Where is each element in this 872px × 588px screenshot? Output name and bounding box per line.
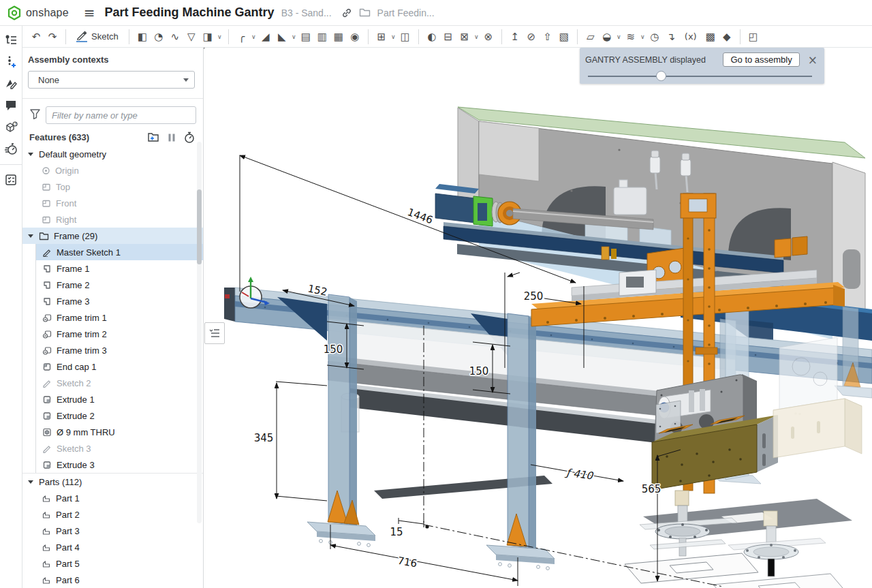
part-item-5[interactable]: Part 5 bbox=[36, 555, 203, 572]
filter-icon[interactable] bbox=[29, 108, 41, 122]
feature-item-right-plane[interactable]: Right bbox=[36, 211, 203, 228]
variable-icon[interactable]: (x) bbox=[679, 28, 702, 46]
helix-icon[interactable]: ◷ bbox=[647, 28, 663, 46]
document-version[interactable]: B3 - Sand... bbox=[281, 7, 332, 18]
feature-item-sketch-3[interactable]: Sketch 3 bbox=[36, 440, 203, 457]
dimension-label-15[interactable]: 15 bbox=[390, 526, 403, 538]
chevron-down-icon[interactable]: ∨ bbox=[250, 33, 258, 40]
draft-icon[interactable]: ◣ bbox=[274, 28, 290, 46]
fillet-icon[interactable]: ╭ bbox=[234, 28, 250, 46]
mirror-icon[interactable]: ◫ bbox=[397, 28, 414, 46]
document-tab[interactable]: Part Feedin... bbox=[377, 7, 435, 18]
dimension-label-345[interactable]: 345 bbox=[254, 432, 274, 444]
part-item-6[interactable]: Part 6 bbox=[36, 572, 203, 588]
share-link-icon[interactable] bbox=[341, 7, 352, 18]
feature-item-end-cap-1[interactable]: End cap 1 bbox=[36, 358, 203, 375]
redo-icon[interactable]: ↷ bbox=[44, 28, 61, 46]
extrude-icon[interactable]: ◧ bbox=[134, 28, 151, 46]
go-to-assembly-button[interactable]: Go to assembly bbox=[723, 52, 799, 67]
chevron-down-icon[interactable]: ∨ bbox=[639, 33, 647, 40]
move-face-icon[interactable]: ↥ bbox=[507, 28, 523, 46]
chevron-down-icon[interactable] bbox=[28, 480, 33, 484]
feature-item-frame-3[interactable]: Frame 3 bbox=[36, 293, 203, 309]
cut-list-icon[interactable] bbox=[2, 170, 20, 189]
dimension-label-150-right[interactable]: 150 bbox=[469, 365, 489, 377]
split-icon[interactable]: ⊟ bbox=[440, 28, 456, 46]
feature-item-frame-trim-2[interactable]: Frame trim 2 bbox=[36, 326, 203, 342]
main-menu-icon[interactable]: ≡ bbox=[84, 5, 95, 21]
hole-icon[interactable]: ◉ bbox=[347, 28, 363, 46]
panel-scrollbar-thumb[interactable] bbox=[197, 189, 202, 264]
part-item-2[interactable]: Part 2 bbox=[36, 506, 203, 523]
feature-item-frame-2[interactable]: Frame 2 bbox=[36, 277, 203, 293]
curve-icon[interactable]: ≋ bbox=[623, 28, 639, 46]
undo-icon[interactable]: ↶ bbox=[28, 28, 44, 46]
dimension-label-565[interactable]: 565 bbox=[642, 483, 661, 495]
plane-icon[interactable]: ▱ bbox=[582, 28, 599, 46]
feature-item-top-plane[interactable]: Top bbox=[36, 179, 203, 195]
surface-icon[interactable]: ◒ bbox=[599, 28, 615, 46]
chevron-down-icon[interactable]: ∨ bbox=[216, 33, 223, 40]
part-item-1[interactable]: Part 1 bbox=[36, 490, 203, 506]
feature-item-extrude-2[interactable]: Extrude 2 bbox=[36, 407, 203, 424]
chevron-down-icon[interactable] bbox=[28, 153, 33, 156]
feature-filter-input[interactable] bbox=[46, 106, 196, 124]
feature-item-extrude-3[interactable]: Extrude 3 bbox=[36, 457, 203, 473]
feature-item-origin[interactable]: Origin bbox=[36, 162, 203, 179]
dimension-label-716[interactable]: 716 bbox=[396, 555, 418, 570]
document-title[interactable]: Part Feeding Machine Gantry bbox=[105, 5, 275, 20]
feature-item-extrude-1[interactable]: Extrude 1 bbox=[36, 391, 203, 407]
gantry-model[interactable]: 1446 152 250 150 150 345 ƒ 410 565 15 71… bbox=[204, 48, 872, 588]
shell-icon[interactable]: ▦ bbox=[330, 28, 347, 46]
chevron-down-icon[interactable]: ∨ bbox=[390, 33, 397, 40]
feature-item-master-sketch-1[interactable]: Master Sketch 1 bbox=[36, 244, 203, 260]
sweep-icon[interactable]: ∿ bbox=[167, 28, 183, 46]
chamfer-icon[interactable]: ◢ bbox=[258, 28, 274, 46]
extract-surface-icon[interactable]: ▧ bbox=[556, 28, 572, 46]
chevron-down-icon[interactable]: ∨ bbox=[290, 33, 298, 40]
boolean-icon[interactable]: ◐ bbox=[424, 28, 440, 46]
comments-icon[interactable] bbox=[2, 96, 20, 114]
feature-item-hole[interactable]: Ø 9 mm THRU bbox=[36, 424, 203, 440]
delete-face-icon[interactable]: ⊘ bbox=[523, 28, 540, 46]
part-item-3[interactable]: Part 3 bbox=[36, 523, 203, 539]
feature-item-frame-trim-1[interactable]: Frame trim 1 bbox=[36, 309, 203, 326]
close-icon[interactable]: × bbox=[808, 53, 818, 67]
feature-folder-frame[interactable]: Frame (29) bbox=[22, 228, 203, 244]
transform-icon[interactable]: ⊠ bbox=[456, 28, 473, 46]
face-icon[interactable]: ▤ bbox=[298, 28, 314, 46]
instances-icon[interactable]: ▩ bbox=[702, 28, 719, 46]
vacuum-gripper-1[interactable] bbox=[625, 491, 758, 583]
chevron-down-icon[interactable]: ∨ bbox=[615, 33, 623, 40]
slider-thumb[interactable] bbox=[656, 71, 666, 81]
sketch-button[interactable]: Sketch bbox=[71, 29, 124, 44]
parts-group-header[interactable]: Parts (112) bbox=[22, 474, 203, 490]
insert-feature-icon[interactable] bbox=[2, 52, 20, 71]
model-viewport[interactable]: 1446 152 250 150 150 345 ƒ 410 565 15 71… bbox=[204, 48, 872, 588]
feature-list-flyout-button[interactable] bbox=[204, 322, 225, 344]
derived-icon[interactable]: ↴ bbox=[663, 28, 679, 46]
delete-part-icon[interactable]: ⊗ bbox=[480, 28, 497, 46]
edit-in-context-icon[interactable] bbox=[2, 74, 20, 93]
dimension-label-250[interactable]: 250 bbox=[524, 290, 544, 303]
part-item-4[interactable]: Part 4 bbox=[36, 539, 203, 555]
rib-icon[interactable]: ▥ bbox=[314, 28, 330, 46]
feature-item-sketch-2[interactable]: Sketch 2 bbox=[36, 375, 203, 391]
revolve-icon[interactable]: ◔ bbox=[151, 28, 167, 46]
configurations-icon[interactable]: ? bbox=[2, 118, 20, 136]
chevron-down-icon[interactable] bbox=[28, 234, 33, 238]
feature-item-front-plane[interactable]: Front bbox=[36, 195, 203, 211]
exploded-view-icon[interactable]: ◰ bbox=[745, 28, 762, 46]
dimension-label-150-left[interactable]: 150 bbox=[324, 343, 343, 356]
performance-icon[interactable] bbox=[2, 140, 20, 158]
feature-group-default-geometry[interactable]: Default geometry bbox=[22, 146, 203, 162]
slider-track[interactable] bbox=[588, 76, 812, 77]
dimension-label-410[interactable]: ƒ 410 bbox=[564, 466, 594, 482]
feature-item-frame-1[interactable]: Frame 1 bbox=[36, 260, 203, 277]
add-folder-icon[interactable] bbox=[147, 132, 159, 142]
loft-icon[interactable]: ▽ bbox=[183, 28, 200, 46]
tag-icon[interactable]: ◆ bbox=[719, 28, 735, 46]
thicken-icon[interactable]: ◨ bbox=[200, 28, 216, 46]
feature-item-frame-trim-3[interactable]: Frame trim 3 bbox=[36, 342, 203, 358]
feature-list-icon[interactable] bbox=[2, 31, 20, 49]
